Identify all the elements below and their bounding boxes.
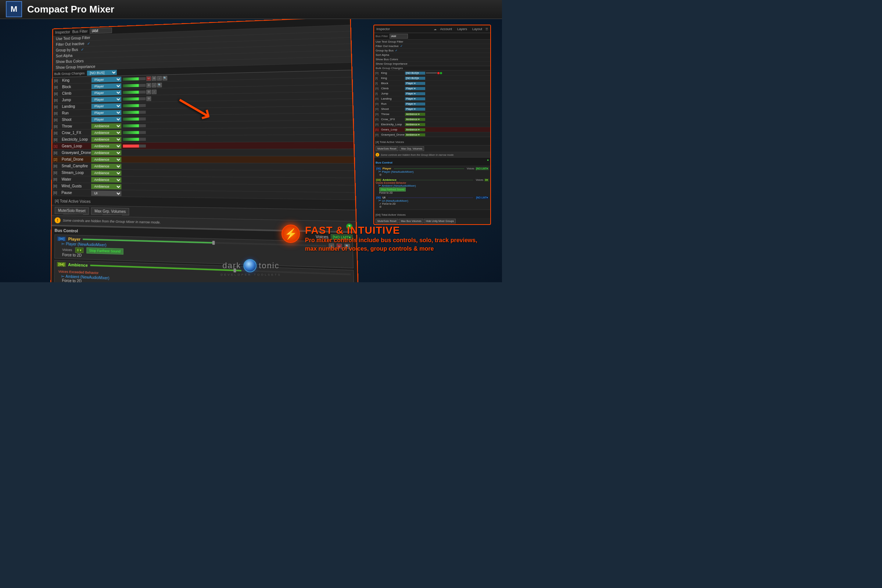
sp-show-importance: Show Group Importance [374,62,490,66]
track-index: [0] [54,124,62,128]
tab-account[interactable]: Account [438,27,454,32]
mini-fader[interactable] [123,138,146,140]
sp-track-row[interactable]: [0] Landing Player ▾ [374,96,490,101]
bus-dropdown[interactable]: Player [92,83,121,89]
sp-track-index: [0] [375,97,381,100]
stop-farthest-btn[interactable]: Stop Farthest Sound [86,248,123,255]
mute-btn[interactable]: M [146,76,151,81]
sp-controls [426,72,442,74]
gear-btn[interactable]: ⚙ [146,82,151,87]
mini-fader[interactable] [123,124,146,127]
player-bus-index: [00] [57,236,66,241]
sp-hide-unity[interactable]: Hide Unity Mixer Groups [424,219,456,224]
sp-stop-farthest[interactable]: Stop Farthest Sound [379,188,406,192]
track-name: Shoot [62,117,91,122]
sp-max-bus-vols[interactable]: Max Bus Volumes [399,219,423,224]
bus-dropdown[interactable]: Player [92,76,121,82]
bus-dropdown[interactable]: Ambience [91,170,121,176]
sp-track-row[interactable]: [I] Block Player ▾ [374,81,490,86]
bus-dropdown[interactable]: Ambience [91,143,121,148]
bus-dropdown[interactable]: Player [92,110,122,116]
sp-max-grp-volumes[interactable]: Max Grp. Volumes [399,146,424,151]
player-voices-value[interactable]: 8 ▾ [75,248,83,253]
sp-slider[interactable] [426,72,437,74]
sp-track-row[interactable]: [0] Electricity_Loop Ambience ▾ [374,122,490,127]
gear-btn[interactable]: ⚙ [147,96,152,101]
sp-track-row[interactable]: [0] Crow_1FX Ambience ▾ [374,117,490,122]
sp-track-row[interactable]: [0] Shoot Player ▾ [374,106,490,112]
sp-track-row[interactable]: [0] Throw Ambience ▾ [374,112,490,117]
gear-btn[interactable]: ⚙ [152,76,156,81]
track-index: [2] [54,157,62,161]
bus-dropdown[interactable]: Ambience [91,157,121,162]
mini-fader[interactable] [123,131,146,134]
tab-layers[interactable]: Layers [455,27,469,32]
sp-ui-voices-val: [NO LMT▾ [476,196,489,199]
search-btn[interactable]: 🔍 [157,82,162,87]
track-row[interactable]: [0] Graveyard_Drone Ambience [52,149,354,156]
track-row-highlight[interactable]: [2] Portal_Drone Ambience [52,156,354,164]
bus-dropdown[interactable]: Ambience [91,150,121,155]
sp-track-index: [I] [375,82,381,85]
sp-mute-solo-reset[interactable]: Mute/Solo Reset [376,146,398,151]
bus-dropdown[interactable]: Ambience [91,123,121,129]
sp-track-row[interactable]: [0] Climb Player ▾ [374,86,490,91]
bus-dropdown[interactable]: Player [92,117,122,122]
track-index: [0] [53,177,62,181]
mini-fader[interactable] [123,97,146,100]
sp-track-row[interactable]: [0] King [NO BUS]▾ [374,70,490,76]
mini-fader[interactable] [123,84,146,87]
sp-bus-mute-reset[interactable]: Mute/Solo Reset [376,219,398,224]
mini-fader[interactable] [123,144,146,147]
bus-dropdown[interactable]: Ambience [91,137,121,142]
bus-dropdown[interactable]: Ambience [91,164,121,169]
bulk-bus-dropdown[interactable]: [NO BUS] Player Ambience [87,70,117,76]
mini-fader[interactable] [123,104,146,107]
track-name: Run [62,111,91,115]
track-name: Gears_Loop [62,144,91,148]
sp-bus-tag: Player ▾ [405,108,425,111]
bus-dropdown[interactable]: Player [92,90,121,96]
sp-player-header: [00] Player Voices [NO LMT▾ [376,167,489,170]
sp-ui-fader[interactable] [388,197,473,198]
sp-bus-tag: Ambience ▾ [405,123,425,126]
search-input[interactable] [90,28,112,34]
sp-green-dot: ● [487,158,489,162]
bus-dropdown[interactable]: Ambience [91,184,121,189]
sp-bottom-btns: Mute/Solo Reset Max Grp. Volumes [374,146,490,152]
max-grp-volumes-btn[interactable]: Max Grp. Volumes [91,207,129,215]
search-btn[interactable]: 🔍 [162,76,167,80]
vol-btn[interactable]: ♪ [152,89,156,94]
sp-track-row[interactable]: [0] Run Player ▾ [374,101,490,106]
bus-dropdown[interactable]: Ambience [91,177,121,182]
track-index: [0] [54,171,62,175]
bus-dropdown[interactable]: Player [92,103,122,108]
sp-search-input[interactable] [390,34,408,39]
gear-btn[interactable]: ⚙ [146,90,151,94]
sp-menu-icon[interactable]: ☰ [486,28,488,31]
bus-dropdown[interactable]: Ambience [91,130,121,135]
sp-track-row[interactable]: [I] King [NO BUS]▾ [374,76,490,81]
ambience-bus-index: [04] [57,262,66,267]
mini-fader[interactable] [123,117,146,120]
track-row-highlight[interactable]: [1] Gears_Loop Ambience [52,142,354,150]
bus-dropdown[interactable]: Player [92,96,122,102]
sp-player-fader[interactable] [394,168,464,169]
mini-fader[interactable] [123,77,146,81]
sp-ambience-fader[interactable] [399,180,473,180]
main-content: Inspector Bus Filter Use Text Group Filt… [0,19,502,282]
feature-title: FAST & INTUITIVE [305,225,489,236]
bulk-label: Bulk Group Changes [54,71,84,76]
vol-btn[interactable]: ♪ [157,76,162,80]
branding-subtitle: DEVELOPER TOOLSETS [220,273,282,276]
tab-layout[interactable]: Layout [470,27,484,32]
sp-track-row-highlight[interactable]: [1] Gears_Loop Ambience ▾ [374,127,490,132]
mute-solo-reset-btn[interactable]: Mute/Solo Reset [55,207,89,214]
vol-btn[interactable]: ♪ [152,82,156,87]
mini-fader[interactable] [123,90,146,94]
sp-track-row[interactable]: [I] Jump Player ▾ [374,91,490,96]
sp-track-row[interactable]: [0] Graveyard_Drone Ambience ▾ [374,132,490,137]
bus-dropdown[interactable]: UI [91,190,121,196]
mini-fader[interactable] [123,111,146,114]
bus-filter-label: Bus Filter [72,29,88,34]
